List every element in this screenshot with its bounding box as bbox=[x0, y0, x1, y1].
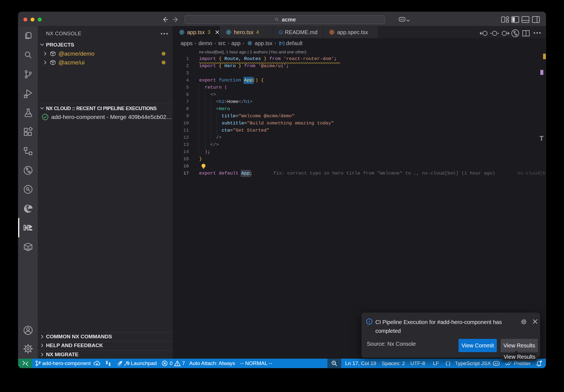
svg-text:]: ] bbox=[283, 41, 284, 46]
svg-text:i: i bbox=[280, 31, 281, 34]
svg-text:i: i bbox=[369, 320, 370, 324]
svg-text:[: [ bbox=[279, 41, 281, 46]
